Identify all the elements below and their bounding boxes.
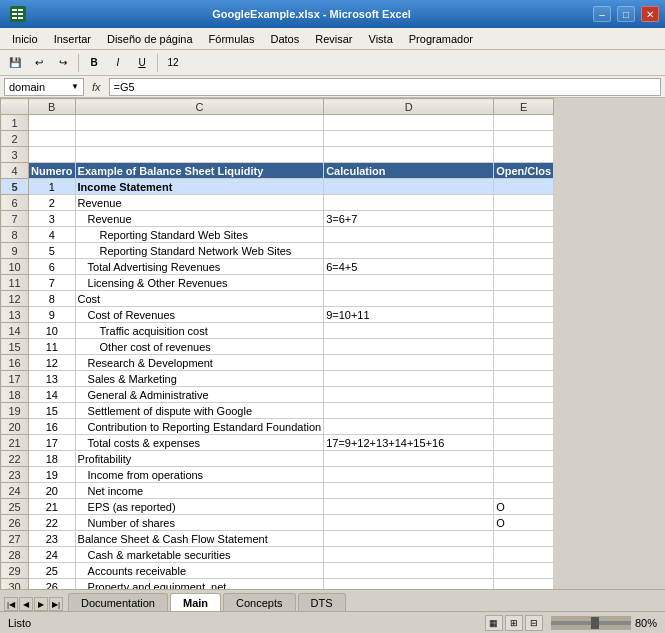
row-header[interactable]: 26	[1, 515, 29, 531]
font-size-button[interactable]: 12	[162, 53, 184, 73]
row-header[interactable]: 3	[1, 147, 29, 163]
namebox-dropdown-icon[interactable]: ▼	[71, 82, 79, 91]
toolbar: 💾 ↩ ↪ B I U 12	[0, 50, 665, 76]
undo-button[interactable]: ↩	[28, 53, 50, 73]
row-header[interactable]: 30	[1, 579, 29, 590]
minimize-button[interactable]: –	[593, 6, 611, 22]
app-icon	[6, 2, 30, 26]
svg-rect-6	[18, 17, 23, 19]
table-row: 29 25 Accounts receivable	[1, 563, 554, 579]
row-header[interactable]: 24	[1, 483, 29, 499]
row-header[interactable]: 14	[1, 323, 29, 339]
table-row: 30 26 Property and equipment, net	[1, 579, 554, 590]
row-header[interactable]: 21	[1, 435, 29, 451]
menu-formulas[interactable]: Fórmulas	[201, 31, 263, 47]
page-break-button[interactable]: ⊟	[525, 615, 543, 631]
row-header[interactable]: 17	[1, 371, 29, 387]
table-row: 3	[1, 147, 554, 163]
svg-rect-3	[12, 13, 17, 15]
menu-programador[interactable]: Programador	[401, 31, 481, 47]
toolbar-separator-2	[157, 54, 158, 72]
status-text: Listo	[8, 617, 31, 629]
row-header[interactable]: 27	[1, 531, 29, 547]
table-row: 9 5 Reporting Standard Network Web Sites	[1, 243, 554, 259]
row-header[interactable]: 7	[1, 211, 29, 227]
tab-concepts[interactable]: Concepts	[223, 593, 295, 611]
table-row: 1	[1, 115, 554, 131]
zoom-label: 80%	[635, 617, 657, 629]
row-header[interactable]: 8	[1, 227, 29, 243]
sheet-tabs-bar: |◀ ◀ ▶ ▶| Documentation Main Concepts DT…	[0, 589, 665, 611]
svg-rect-4	[18, 13, 23, 15]
zoom-slider[interactable]	[551, 616, 631, 630]
bold-button[interactable]: B	[83, 53, 105, 73]
svg-rect-5	[12, 17, 17, 19]
tab-main[interactable]: Main	[170, 593, 221, 611]
underline-button[interactable]: U	[131, 53, 153, 73]
row-header[interactable]: 6	[1, 195, 29, 211]
spreadsheet-grid: B C D E 1 2	[0, 98, 554, 589]
tab-documentation[interactable]: Documentation	[68, 593, 168, 611]
row-header[interactable]: 28	[1, 547, 29, 563]
col-header-c[interactable]: C	[75, 99, 324, 115]
menu-revisar[interactable]: Revisar	[307, 31, 360, 47]
table-row: 20 16 Contribution to Reporting Estandar…	[1, 419, 554, 435]
row-header[interactable]: 10	[1, 259, 29, 275]
row-header[interactable]: 18	[1, 387, 29, 403]
row-header[interactable]: 11	[1, 275, 29, 291]
table-row: 10 6 Total Advertising Revenues 6=4+5	[1, 259, 554, 275]
close-button[interactable]: ✕	[641, 6, 659, 22]
menu-datos[interactable]: Datos	[262, 31, 307, 47]
spreadsheet-container: B C D E 1 2	[0, 98, 665, 589]
table-row: 25 21 EPS (as reported) O	[1, 499, 554, 515]
name-box[interactable]: domain ▼	[4, 78, 84, 96]
menu-bar: Inicio Insertar Diseño de página Fórmula…	[0, 28, 665, 50]
menu-insertar[interactable]: Insertar	[46, 31, 99, 47]
table-row: 14 10 Traffic acquisition cost	[1, 323, 554, 339]
tab-prev-button[interactable]: ◀	[19, 597, 33, 611]
row-header[interactable]: 12	[1, 291, 29, 307]
row-header[interactable]: 15	[1, 339, 29, 355]
menu-vista[interactable]: Vista	[361, 31, 401, 47]
sheet-area[interactable]: B C D E 1 2	[0, 98, 665, 589]
table-row: 27 23 Balance Sheet & Cash Flow Statemen…	[1, 531, 554, 547]
col-header-corner[interactable]	[1, 99, 29, 115]
formula-bar: domain ▼ fx =G5	[0, 76, 665, 98]
col-header-b[interactable]: B	[29, 99, 76, 115]
col-header-d[interactable]: D	[324, 99, 494, 115]
row-header[interactable]: 1	[1, 115, 29, 131]
formula-input[interactable]: =G5	[109, 78, 661, 96]
row-header[interactable]: 5	[1, 179, 29, 195]
row-header[interactable]: 2	[1, 131, 29, 147]
tab-next-button[interactable]: ▶	[34, 597, 48, 611]
row-header[interactable]: 22	[1, 451, 29, 467]
table-row: 12 8 Cost	[1, 291, 554, 307]
col-header-e[interactable]: E	[494, 99, 554, 115]
view-buttons: ▦ ⊞ ⊟	[485, 615, 543, 631]
row-header[interactable]: 23	[1, 467, 29, 483]
maximize-button[interactable]: □	[617, 6, 635, 22]
row-header[interactable]: 13	[1, 307, 29, 323]
save-button[interactable]: 💾	[4, 53, 26, 73]
menu-inicio[interactable]: Inicio	[4, 31, 46, 47]
tab-dts[interactable]: DTS	[298, 593, 346, 611]
row-header[interactable]: 9	[1, 243, 29, 259]
row-header[interactable]: 20	[1, 419, 29, 435]
table-row: 11 7 Licensing & Other Revenues	[1, 275, 554, 291]
normal-view-button[interactable]: ▦	[485, 615, 503, 631]
row-header[interactable]: 4	[1, 163, 29, 179]
tab-last-button[interactable]: ▶|	[49, 597, 63, 611]
table-row: 2	[1, 131, 554, 147]
row-header[interactable]: 25	[1, 499, 29, 515]
row-header[interactable]: 29	[1, 563, 29, 579]
redo-button[interactable]: ↪	[52, 53, 74, 73]
table-row: 22 18 Profitability	[1, 451, 554, 467]
page-layout-button[interactable]: ⊞	[505, 615, 523, 631]
menu-diseno[interactable]: Diseño de página	[99, 31, 201, 47]
row-header[interactable]: 16	[1, 355, 29, 371]
svg-rect-2	[18, 9, 23, 11]
italic-button[interactable]: I	[107, 53, 129, 73]
window-title: GoogleExample.xlsx - Microsoft Excel	[36, 8, 587, 20]
tab-first-button[interactable]: |◀	[4, 597, 18, 611]
row-header[interactable]: 19	[1, 403, 29, 419]
